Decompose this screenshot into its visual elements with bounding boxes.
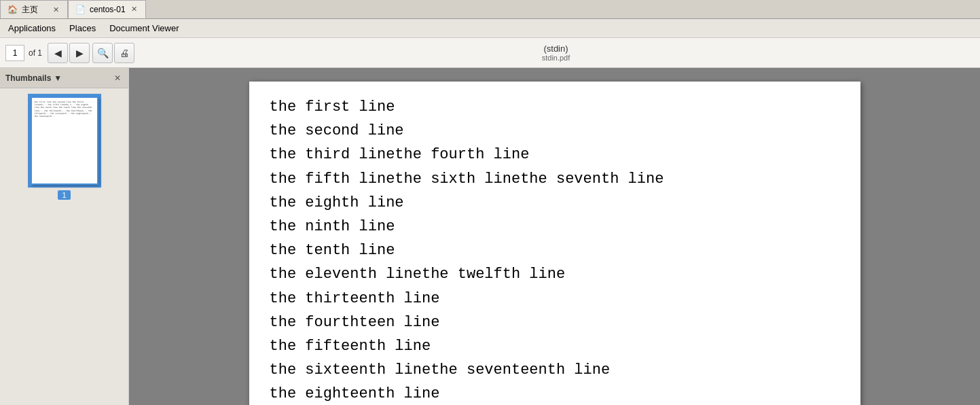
thumbnail-item[interactable]: the first line the second line the third… (28, 94, 101, 200)
next-icon: ▶ (76, 48, 84, 58)
menu-applications[interactable]: Applications (3, 21, 61, 35)
thumbnail-area: the first line the second line the third… (0, 88, 128, 405)
sidebar-title-group: Thumbnails ▼ (5, 73, 62, 83)
sidebar-chevron-icon: ▼ (54, 73, 62, 83)
pdf-page: the first line the second line the third… (249, 82, 860, 405)
document-title-sub: stdin.pdf (137, 54, 975, 62)
tab-centos[interactable]: 📄 centos-01 ✕ (68, 0, 146, 18)
document-title-main: (stdin) (137, 43, 975, 54)
thumbnail-page-number: 1 (58, 190, 70, 200)
print-button[interactable]: 🖨 (114, 43, 134, 63)
page-number-input[interactable]: 1 (5, 45, 24, 61)
toolbar: 1 of 1 ◀ ▶ 🔍 🖨 (stdin) stdin.pdf (0, 38, 980, 68)
sidebar-header: Thumbnails ▼ ✕ (0, 68, 128, 88)
pdf-content-area[interactable]: the first line the second line the third… (129, 68, 980, 405)
centos-tab-label: centos-01 (90, 5, 126, 14)
sidebar-close-button[interactable]: ✕ (112, 73, 123, 84)
print-icon: 🖨 (120, 48, 129, 58)
thumbnail-image: the first line the second line the third… (31, 96, 98, 185)
search-icon: 🔍 (97, 48, 109, 58)
prev-icon: ◀ (54, 48, 62, 58)
home-tab-label: 主页 (22, 4, 38, 16)
page-total-label: of 1 (26, 48, 45, 58)
thumbnail-highlight: the first line the second line the third… (28, 94, 101, 188)
thumbnail-preview-text: the first line the second line the third… (35, 101, 94, 118)
tab-home[interactable]: 🏠 主页 ✕ (0, 0, 68, 18)
action-buttons-group: 🔍 🖨 (92, 43, 134, 63)
main-area: Thumbnails ▼ ✕ the first line the second… (0, 68, 980, 405)
nav-buttons-group: ◀ ▶ (48, 43, 90, 63)
pdf-text-content: the first line the second line the third… (270, 95, 840, 405)
search-button[interactable]: 🔍 (92, 43, 113, 63)
home-tab-icon: 🏠 (7, 5, 18, 14)
thumbnails-label: Thumbnails (5, 73, 51, 83)
document-title-area: (stdin) stdin.pdf (137, 43, 975, 62)
menu-bar: Applications Places Document Viewer (0, 19, 980, 38)
sidebar: Thumbnails ▼ ✕ the first line the second… (0, 68, 129, 405)
prev-page-button[interactable]: ◀ (48, 43, 68, 63)
menu-places[interactable]: Places (64, 21, 101, 35)
centos-tab-close[interactable]: ✕ (130, 4, 139, 14)
centos-tab-icon: 📄 (75, 5, 86, 14)
home-tab-close[interactable]: ✕ (52, 5, 60, 15)
page-nav-group: 1 of 1 (5, 45, 45, 61)
next-page-button[interactable]: ▶ (69, 43, 90, 63)
tab-bar: 🏠 主页 ✕ 📄 centos-01 ✕ (0, 0, 980, 19)
menu-document-viewer[interactable]: Document Viewer (104, 21, 184, 35)
